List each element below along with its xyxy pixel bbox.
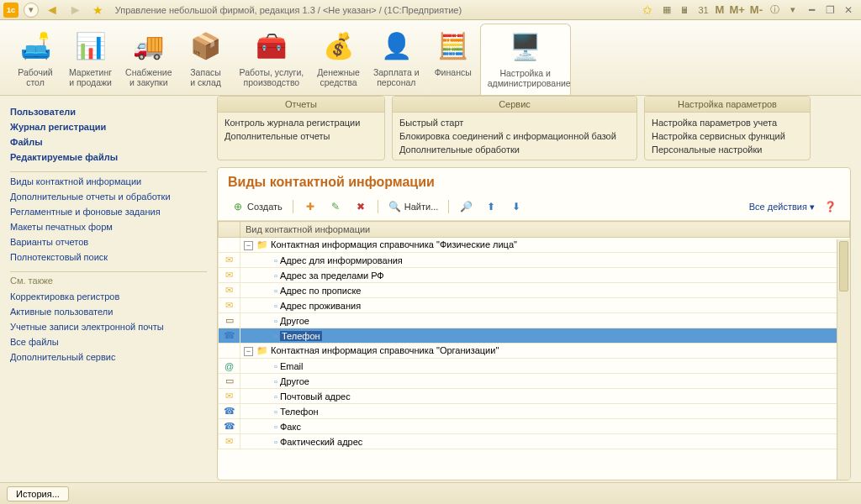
table-row[interactable]: ✉▫ Адрес для информирования	[219, 253, 850, 268]
close-button[interactable]: ✕	[841, 3, 856, 17]
panel-link[interactable]: Быстрый старт	[399, 116, 630, 129]
table-row[interactable]: ✉▫ Почтовый адрес	[219, 389, 850, 404]
table-row[interactable]: ☎▫ Телефон	[219, 328, 850, 344]
calculator-icon[interactable]: 🖩	[678, 3, 693, 18]
panel-link[interactable]: Настройка сервисных функций	[652, 129, 803, 143]
row-type-icon: ☎	[219, 404, 240, 419]
panel-link[interactable]: Дополнительные обработки	[399, 143, 630, 156]
minimize-button[interactable]: ━	[804, 3, 819, 17]
row-text-cell: ▫ Адрес по прописке	[240, 283, 850, 298]
delete-button[interactable]: ✖	[351, 198, 371, 215]
sidebar-link[interactable]: Учетные записи электронной почты	[10, 319, 207, 334]
form-toolbar: ⊕ Создать ✚ ✎ ✖ 🔍 Найти... 🔎 ⬆ ⬇ Все дей…	[218, 195, 850, 221]
dropdown-button[interactable]: ▾	[24, 3, 39, 18]
table-row[interactable]: ☎▫ Телефон	[219, 404, 850, 419]
find-button[interactable]: 🔍 Найти...	[385, 198, 442, 215]
tree-expander-icon[interactable]: −	[244, 241, 253, 250]
item-icon: ▫	[274, 316, 277, 326]
panel-link[interactable]: Блокировка соединений с информационной б…	[399, 129, 630, 143]
all-actions-link[interactable]: Все действия ▾	[749, 202, 815, 213]
table-row[interactable]: @▫ Email	[219, 359, 850, 374]
panel-link[interactable]: Персональные настройки	[652, 143, 803, 156]
sidebar-link[interactable]: Журнал регистрации	[10, 119, 207, 134]
table-row[interactable]: ✉▫ Фактический адрес	[219, 434, 850, 449]
see-also-label: См. также	[10, 274, 207, 289]
table-row[interactable]: ✉▫ Адрес за пределами РФ	[219, 268, 850, 283]
grid-header-icon[interactable]	[219, 222, 240, 238]
panel-link[interactable]: Контроль журнала регистрации	[224, 116, 378, 129]
nav-back-icon[interactable]: ◄	[45, 3, 59, 18]
ribbon-section-4[interactable]: 🧰Работы, услуги,производство	[233, 24, 311, 95]
memory-m-button[interactable]: M	[716, 3, 725, 16]
tree-expander-icon[interactable]: −	[244, 347, 253, 356]
info-icon[interactable]: ⓘ	[767, 3, 782, 18]
ribbon-section-8[interactable]: 🖥️Настройка иадминистрирование	[480, 24, 571, 95]
item-icon: ▫	[274, 270, 277, 281]
grid[interactable]: Вид контактной информации −📁 Контактная …	[218, 221, 850, 480]
ribbon-section-1[interactable]: 📊Маркетинги продажи	[62, 24, 119, 95]
ribbon-section-0[interactable]: 🛋️Рабочийстол	[8, 24, 62, 95]
create-button[interactable]: ⊕ Создать	[228, 198, 286, 215]
sidebar-link[interactable]: Пользователи	[10, 104, 207, 119]
sidebar-link[interactable]: Макеты печатных форм	[10, 219, 207, 234]
app-logo-icon: 1c	[3, 3, 18, 18]
folder-icon: 📁	[256, 345, 268, 355]
memory-mplus-button[interactable]: M+	[729, 3, 744, 16]
section-label: Рабочийстол	[15, 67, 55, 87]
clear-search-button[interactable]: 🔎	[456, 198, 476, 215]
row-text-cell: ▫ Телефон	[240, 404, 850, 419]
maximize-button[interactable]: ❐	[822, 3, 837, 17]
table-row[interactable]: ▭▫ Другое	[219, 374, 850, 389]
table-row[interactable]: ✉▫ Адрес по прописке	[219, 283, 850, 298]
table-row[interactable]: ✉▫ Адрес проживания	[219, 298, 850, 313]
ribbon-section-6[interactable]: 👤Зарплата иперсонал	[367, 24, 426, 95]
panel-link[interactable]: Настройка параметров учета	[652, 116, 803, 129]
nav-forward-icon[interactable]: ►	[69, 3, 82, 18]
sidebar-link[interactable]: Дополнительный сервис	[10, 349, 207, 365]
ribbon-section-2[interactable]: 🚚Снабжениеи закупки	[119, 24, 178, 95]
history-button[interactable]: История...	[7, 486, 69, 501]
row-type-icon: ✉	[219, 268, 240, 283]
section-icon: 🧰	[251, 25, 292, 66]
sidebar-link[interactable]: Полнотекстовый поиск	[10, 249, 207, 265]
move-down-button[interactable]: ⬇	[506, 198, 526, 215]
new-folder-button[interactable]: ✚	[300, 198, 320, 215]
grid-header-name[interactable]: Вид контактной информации	[240, 222, 850, 238]
help-button[interactable]: ❓	[820, 198, 840, 215]
window-title: Управление небольшой фирмой, редакция 1.…	[115, 5, 462, 15]
ribbon-section-5[interactable]: 💰Денежныесредства	[310, 24, 367, 95]
sidebar-link[interactable]: Все файлы	[10, 334, 207, 349]
item-icon: ▫	[274, 361, 277, 371]
table-row[interactable]: −📁 Контактная информация справочника "Ор…	[219, 344, 850, 359]
bookmark-icon[interactable]: ✩	[642, 3, 652, 17]
section-icon: 🖥️	[505, 26, 546, 66]
sidebar-link[interactable]: Дополнительные отчеты и обработки	[10, 189, 207, 204]
sidebar-link[interactable]: Виды контактной информации	[10, 174, 207, 189]
sidebar-link[interactable]: Регламентные и фоновые задания	[10, 204, 207, 219]
memory-mminus-button[interactable]: M-	[750, 3, 763, 16]
arrow-down-icon: ⬇	[510, 200, 523, 213]
edit-button[interactable]: ✎	[325, 198, 346, 215]
table-row[interactable]: ☎▫ Факс	[219, 419, 850, 434]
sidebar-link[interactable]: Активные пользователи	[10, 304, 207, 319]
calendar-icon[interactable]: 31	[696, 3, 711, 18]
scrollbar-thumb[interactable]	[839, 241, 848, 291]
sidebar-link[interactable]: Файлы	[10, 134, 207, 150]
move-up-button[interactable]: ⬆	[481, 198, 501, 215]
row-text-cell: ▫ Факс	[240, 419, 850, 434]
table-row[interactable]: ▭▫ Другое	[219, 313, 850, 328]
table-icon[interactable]: ▦	[659, 3, 674, 18]
section-label: Денежныесредства	[317, 67, 360, 87]
vertical-scrollbar[interactable]	[837, 239, 850, 480]
info-dropdown-icon[interactable]: ▾	[785, 3, 800, 18]
panel-link[interactable]: Дополнительные отчеты	[224, 129, 378, 143]
panel-settings-title: Настройка параметров	[645, 97, 810, 113]
table-row[interactable]: −📁 Контактная информация справочника "Фи…	[219, 238, 850, 253]
sidebar-link[interactable]: Корректировка регистров	[10, 289, 207, 304]
ribbon-section-3[interactable]: 📦Запасыи склад	[179, 24, 233, 95]
sidebar-link[interactable]: Варианты отчетов	[10, 234, 207, 249]
form: Виды контактной информации ⊕ Создать ✚ ✎…	[217, 167, 851, 480]
ribbon-section-7[interactable]: 🧮Финансы	[426, 24, 480, 95]
favorites-icon[interactable]: ★	[92, 3, 103, 17]
sidebar-link[interactable]: Редактируемые файлы	[10, 150, 207, 165]
